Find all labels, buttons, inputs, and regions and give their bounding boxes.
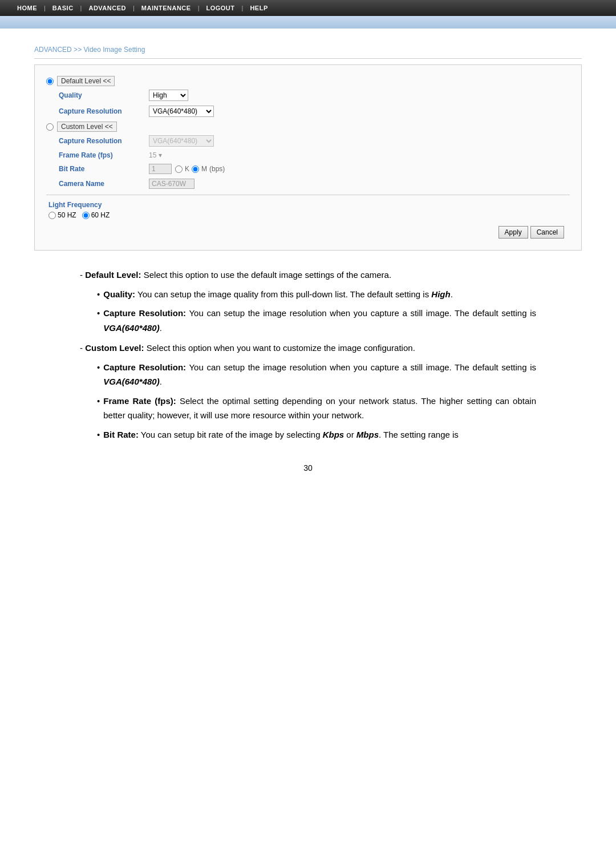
quality-bold: High [431,289,450,299]
custom-level-desc: - Custom Level: Select this option when … [80,341,536,356]
light-frequency-section: Light Frequency 50 HZ 60 HZ [46,201,570,219]
custom-level-radio[interactable] [46,123,54,131]
bitrate-heading: Bit Rate: [103,430,139,439]
bitrate-input[interactable] [149,164,172,174]
frame-rate-row: Frame Rate (fps) 15 ▾ [46,151,570,159]
bitrate-bullet-content: Bit Rate: You can setup bit rate of the … [103,427,459,442]
custom-capture-res-bullet: Capture Resolution: You can setup the im… [97,360,536,389]
capture-res-select[interactable]: VGA(640*480) QVGA(320*240) [149,106,214,117]
cancel-button[interactable]: Cancel [530,226,564,239]
custom-capture-res-heading: Capture Resolution: [103,362,186,372]
custom-capture-res-bold: VGA(640*480) [103,377,159,386]
custom-capture-res-control: VGA(640*480) QVGA(320*240) [149,135,214,147]
camera-name-input[interactable] [149,179,194,189]
capture-res-control: VGA(640*480) QVGA(320*240) [149,106,214,117]
bitrate-control: K M (bps) [149,164,225,174]
quality-bullet: Quality: You can setup the image quality… [97,287,536,302]
bitrate-label: Bit Rate [46,165,149,173]
custom-capture-res-end: . [160,377,162,386]
capture-res-bullet: Capture Resolution: You can setup the im… [97,306,536,335]
page-number: 30 [34,463,582,473]
bitrate-bullet: Bit Rate: You can setup bit rate of the … [97,427,536,442]
nav-sep-5: | [241,5,245,11]
quality-control: High Medium Low [149,90,188,101]
bitrate-k-label: K [185,165,189,173]
camera-name-control [149,179,194,189]
hz-50-label: 50 HZ [58,211,76,219]
custom-level-text: Select this option when you want to cust… [147,343,415,353]
frame-rate-control: 15 ▾ [149,151,162,159]
custom-capture-res-label: Capture Resolution [46,137,149,145]
nav-maintenance[interactable]: MAINTENANCE [136,5,197,11]
apply-button[interactable]: Apply [499,226,528,239]
settings-panel: Default Level << Quality High Medium Low… [34,64,582,251]
quality-label: Quality [46,91,149,99]
custom-capture-res-select[interactable]: VGA(640*480) QVGA(320*240) [149,135,214,147]
default-level-heading: Default Level: [85,270,141,280]
default-level-label[interactable]: Default Level << [57,76,115,86]
nav-sep-3: | [132,5,136,11]
nav-bar: HOME | BASIC | ADVANCED | MAINTENANCE | … [0,0,616,16]
default-level-text: Select this option to use the default im… [144,270,391,280]
hz-60-option: 60 HZ [82,211,110,219]
custom-capture-res-bullet-content: Capture Resolution: You can setup the im… [103,360,536,389]
bitrate-kbps: Kbps [323,430,345,439]
nav-sub-bar [0,16,616,29]
bitrate-mbps: Mbps [356,430,379,439]
quality-bullet-heading: Quality: [103,289,135,299]
hz-options: 50 HZ 60 HZ [46,211,570,219]
frame-rate-icon: ▾ [159,151,162,159]
bitrate-k-radio[interactable] [175,165,183,173]
frame-rate-heading: Frame Rate (fps): [103,396,176,406]
hz-60-radio[interactable] [82,212,90,219]
custom-level-heading: Custom Level: [85,343,144,353]
default-level-radio[interactable] [46,78,54,85]
hz-60-label: 60 HZ [91,211,110,219]
nav-sep-4: | [197,5,201,11]
nav-logout[interactable]: LOGOUT [200,5,240,11]
bitrate-end: . The setting range is [379,430,459,439]
nav-help[interactable]: HELP [244,5,273,11]
capture-res-bullet-heading: Capture Resolution: [103,308,186,318]
capture-res-row: Capture Resolution VGA(640*480) QVGA(320… [46,106,570,117]
light-frequency-label: Light Frequency [46,201,570,209]
divider-top [34,58,582,59]
frame-rate-label: Frame Rate (fps) [46,151,149,159]
nav-basic[interactable]: BASIC [47,5,79,11]
main-content: ADVANCED >> Video Image Setting Default … [0,29,616,490]
custom-capture-res-row: Capture Resolution VGA(640*480) QVGA(320… [46,135,570,147]
capture-res-label: Capture Resolution [46,107,149,115]
breadcrumb: ADVANCED >> Video Image Setting [34,46,582,54]
default-level-desc: - Default Level: Select this option to u… [80,268,536,282]
bitrate-m-label: M [201,165,207,173]
hz-50-radio[interactable] [48,212,56,219]
bitrate-options: K M (bps) [175,165,225,173]
custom-level-label[interactable]: Custom Level << [57,122,117,132]
capture-res-bullet-text: You can setup the image resolution when … [189,308,536,318]
custom-level-row: Custom Level << [46,122,570,132]
frame-rate-bullet-content: Frame Rate (fps): Select the optimal set… [103,394,536,423]
quality-bullet-text: You can setup the image quality from thi… [137,289,431,299]
capture-res-bullet-content: Capture Resolution: You can setup the im… [103,306,536,335]
bitrate-text: You can setup bit rate of the image by s… [141,430,323,439]
camera-name-label: Camera Name [46,180,149,188]
nav-sep-1: | [43,5,47,11]
quality-end: . [451,289,453,299]
custom-capture-res-text: You can setup the image resolution when … [189,362,536,372]
nav-advanced[interactable]: ADVANCED [83,5,132,11]
quality-bullet-content: Quality: You can setup the image quality… [103,287,453,302]
frame-rate-bullet: Frame Rate (fps): Select the optimal set… [97,394,536,423]
bitrate-or: or [344,430,356,439]
nav-sep-2: | [79,5,83,11]
capture-res-bold: VGA(640*480) [103,323,159,333]
nav-home[interactable]: HOME [11,5,43,11]
bitrate-unit-suffix: (bps) [209,165,225,173]
capture-res-end: . [160,323,162,333]
bitrate-m-radio[interactable] [192,165,199,173]
divider-light [46,195,570,195]
quality-select[interactable]: High Medium Low [149,90,188,101]
hz-50-option: 50 HZ [48,211,76,219]
description-area: - Default Level: Select this option to u… [34,262,582,452]
button-row: Apply Cancel [46,226,570,239]
quality-row: Quality High Medium Low [46,90,570,101]
